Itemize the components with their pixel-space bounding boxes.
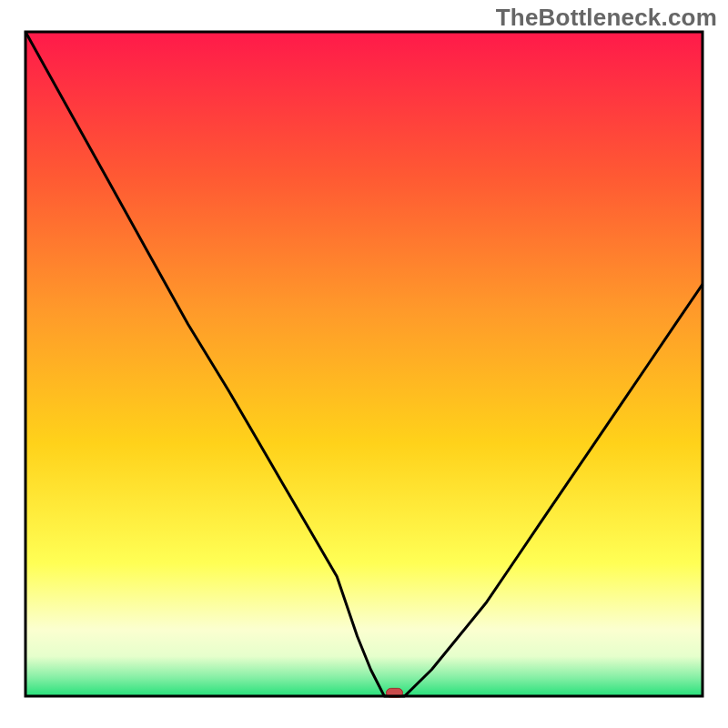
watermark-text: TheBottleneck.com [496,4,717,32]
bottleneck-chart [0,0,728,728]
plot-background [25,32,703,696]
chart-container: TheBottleneck.com [0,0,728,728]
